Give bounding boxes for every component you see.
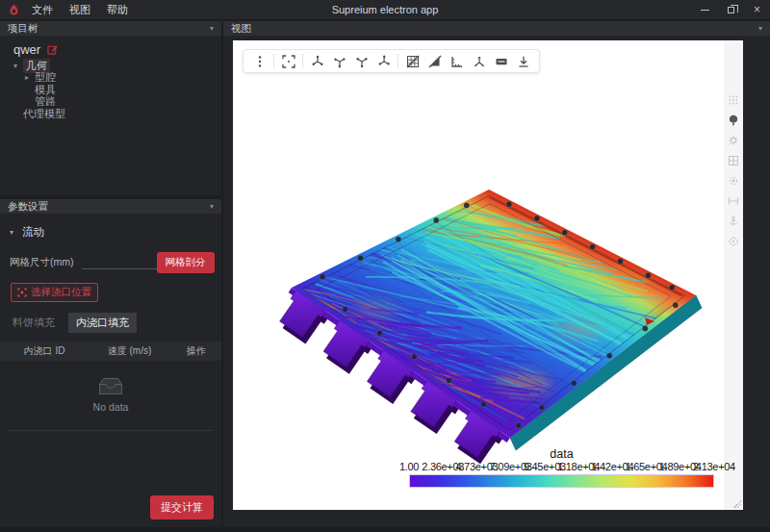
mesh-size-label: 网格尺寸(mm)	[10, 256, 74, 269]
filling-tab-0[interactable]: 料饼填充	[13, 313, 55, 333]
view-panel: 视图 ▾ data 1.002.36e+034.73e+037.09e+039.…	[223, 21, 770, 527]
chevron-down-icon[interactable]: ▾	[13, 62, 23, 70]
toggle-legend-icon[interactable]	[490, 52, 512, 70]
toolbar-separator	[302, 54, 303, 68]
menu-item-1[interactable]: 视图	[69, 3, 90, 17]
spray-icon[interactable]	[728, 114, 739, 126]
colorbar-gradient	[409, 474, 714, 488]
filling-tabs: 料饼填充内浇口填充	[13, 313, 221, 333]
view-orientation-2-icon[interactable]	[328, 52, 350, 70]
orientation-icon[interactable]	[728, 236, 739, 247]
flow-caret-icon[interactable]: ▾	[10, 228, 13, 237]
inbox-icon	[98, 376, 123, 396]
menu-item-2[interactable]: 帮助	[107, 3, 128, 17]
inlet-table-column-0: 内浇口 ID	[0, 344, 89, 358]
fit-view-icon[interactable]	[277, 52, 299, 70]
toolbar-separator	[273, 54, 274, 68]
tree-root-label: qwer	[13, 42, 40, 57]
colorbar-tick-0: 1.00	[399, 461, 419, 472]
view-orientation-3-icon[interactable]	[350, 52, 372, 70]
viewport: data 1.002.36e+034.73e+037.09e+039.45e+0…	[233, 40, 743, 510]
flow-section-label: 流动	[22, 225, 44, 240]
mesh-size-row: 网格尺寸(mm) 网格剖分	[10, 252, 212, 273]
scale-ruler-icon[interactable]	[446, 52, 468, 70]
view-orientation-4-icon[interactable]	[372, 52, 395, 70]
titlebar: 文件视图帮助 Supreium electron app ×	[0, 0, 770, 19]
project-tree-header: 项目树 ▾	[0, 21, 221, 36]
settings-icon[interactable]	[728, 175, 739, 187]
tree-root-row[interactable]: qwer	[12, 41, 216, 60]
colorbar-title: data	[409, 447, 714, 461]
viewport-canvas[interactable]	[233, 40, 743, 510]
view-title: 视图	[231, 22, 251, 36]
export-image-icon[interactable]	[512, 52, 534, 70]
inlet-table-column-2: 操作	[170, 344, 221, 358]
close-icon: ×	[754, 3, 760, 16]
tree-item-4[interactable]: 代理模型	[12, 108, 216, 119]
toggle-axes-icon[interactable]	[468, 52, 490, 70]
collapse-panel-icon[interactable]: ▾	[210, 203, 214, 211]
collapse-panel-icon[interactable]: ▾	[210, 25, 214, 33]
view-header: 视图 ▾	[223, 21, 770, 36]
maximize-button[interactable]	[718, 0, 744, 19]
app-window: 文件视图帮助 Supreium electron app × 项目树 ▾ qwe…	[0, 0, 770, 532]
collapse-panel-icon[interactable]: ▾	[758, 25, 762, 33]
mesh-divide-button[interactable]: 网格剖分	[157, 252, 215, 273]
toggle-shading-icon[interactable]	[424, 52, 446, 70]
toggle-mesh-icon[interactable]	[401, 52, 424, 70]
gear-icon[interactable]	[728, 135, 739, 146]
colorbar-ticks: 1.002.36e+034.73e+037.09e+039.45e+031.18…	[409, 461, 714, 472]
project-tree-panel: 项目树 ▾ qwer ▾几何▸型腔模具管路代理模型	[0, 21, 221, 195]
mesh-size-input[interactable]	[82, 256, 157, 269]
restore-icon	[728, 7, 734, 13]
project-tree-title: 项目树	[8, 22, 38, 36]
divider	[8, 430, 214, 431]
pick-location-icon	[17, 288, 27, 297]
side-toolbar	[724, 40, 743, 510]
toolbar-separator	[398, 54, 398, 68]
viewport-toolbar	[243, 49, 540, 73]
params-title: 参数设置	[8, 200, 48, 214]
close-button[interactable]: ×	[744, 0, 770, 19]
inlet-table-column-1: 速度 (m/s)	[89, 344, 170, 358]
menu-bar: 文件视图帮助	[32, 3, 128, 17]
inlet-table-header: 内浇口 ID速度 (m/s)操作	[0, 342, 221, 361]
app-logo-icon	[9, 4, 19, 15]
flow-section-row[interactable]: ▾ 流动	[10, 225, 221, 240]
minimize-icon	[701, 10, 709, 11]
range-icon[interactable]	[728, 195, 739, 207]
select-gate-button[interactable]: 选择浇口位置	[11, 283, 98, 302]
grid-icon[interactable]	[728, 155, 739, 166]
empty-text: No data	[93, 401, 129, 413]
params-panel: 参数设置 ▾ ▾ 流动 网格尺寸(mm) 网格剖分 选择浇口位	[0, 199, 221, 527]
minimize-button[interactable]	[692, 0, 718, 19]
menu-item-0[interactable]: 文件	[32, 3, 53, 17]
colorbar: data 1.002.36e+034.73e+037.09e+039.45e+0…	[409, 447, 714, 488]
select-gate-label: 选择浇口位置	[31, 286, 91, 299]
project-tree: qwer ▾几何▸型腔模具管路代理模型	[0, 36, 221, 119]
left-column: 项目树 ▾ qwer ▾几何▸型腔模具管路代理模型 参数设置 ▾	[0, 21, 221, 527]
more-options-icon[interactable]	[248, 52, 270, 70]
edit-icon[interactable]	[47, 44, 58, 55]
filling-tab-1[interactable]: 内浇口填充	[68, 313, 137, 333]
empty-state: No data	[0, 376, 221, 413]
tree-item-label: 代理模型	[23, 107, 65, 121]
chevron-right-icon[interactable]: ▸	[25, 73, 35, 82]
params-body: ▾ 流动 网格尺寸(mm) 网格剖分 选择浇口位置 料饼填充内浇口填充 内浇口 …	[0, 214, 221, 527]
submit-calculation-button[interactable]: 提交计算	[150, 495, 214, 519]
resize-grip-icon[interactable]	[733, 500, 741, 508]
pattern-icon[interactable]	[728, 94, 739, 106]
anchor-icon[interactable]	[728, 215, 739, 227]
window-controls: ×	[692, 0, 770, 19]
colorbar-tick-9: 2.13e+04	[693, 461, 735, 472]
params-header: 参数设置 ▾	[0, 199, 221, 214]
main-area: 项目树 ▾ qwer ▾几何▸型腔模具管路代理模型 参数设置 ▾	[0, 19, 770, 532]
view-orientation-1-icon[interactable]	[306, 52, 328, 70]
